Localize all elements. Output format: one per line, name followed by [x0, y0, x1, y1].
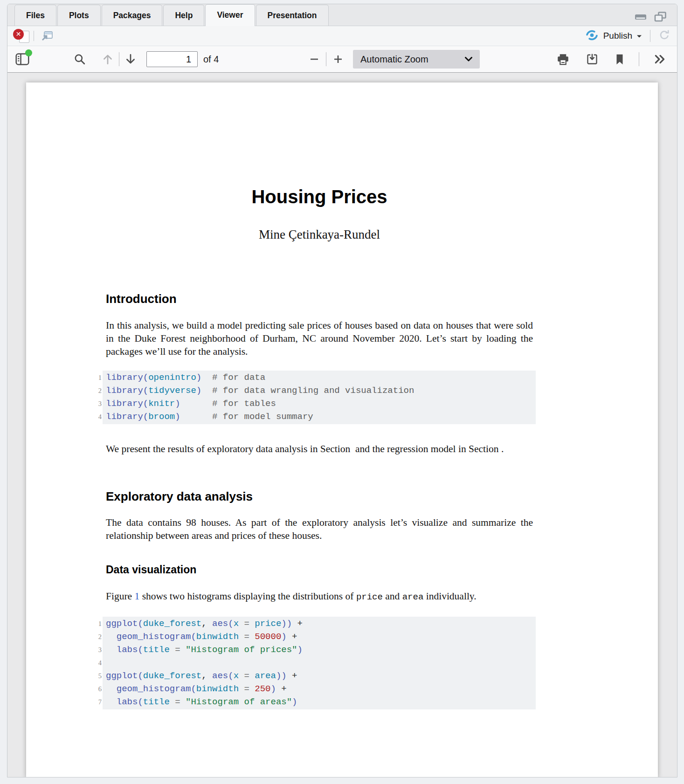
- code-line: 5ggplot(duke_forest, aes(x = area)) +: [106, 669, 536, 682]
- red-x-badge: ✕: [13, 29, 24, 40]
- code-line: 2 geom_histogram(binwidth = 50000) +: [106, 630, 536, 643]
- paragraph-eda: The data contains 98 houses. As part of …: [106, 516, 533, 542]
- save-icon[interactable]: [584, 51, 601, 68]
- zoom-out-icon[interactable]: [306, 51, 323, 68]
- line-number: 2: [91, 384, 102, 397]
- code-line: 2library(tidyverse) # for data wrangling…: [106, 384, 536, 397]
- page-number-input[interactable]: [146, 51, 198, 67]
- paragraph-introduction: In this analysis, we build a model predi…: [106, 319, 533, 358]
- line-number: 4: [91, 410, 102, 423]
- paragraph-figure: Figure 1 shows two histograms displaying…: [106, 590, 533, 604]
- code-line: 6 geom_histogram(binwidth = 250) +: [106, 682, 536, 695]
- code-line: 3 labs(title = "Histogram of prices"): [106, 643, 536, 656]
- bookmark-icon[interactable]: [613, 51, 626, 68]
- tab-presentation[interactable]: Presentation: [256, 5, 329, 26]
- pdf-toolbar-right: [554, 46, 669, 72]
- code-line: 1ggplot(duke_forest, aes(x = price)) +: [106, 617, 536, 630]
- zoom-select[interactable]: Automatic Zoom: [353, 50, 480, 69]
- line-number: 3: [91, 397, 102, 410]
- toolbar-separator: [650, 30, 650, 42]
- code-line: 7 labs(title = "Histogram of areas"): [106, 695, 536, 708]
- pdf-page: Housing Prices Mine Çetinkaya-Rundel Int…: [26, 83, 658, 777]
- restore-icon[interactable]: [654, 12, 667, 24]
- code-line: 3library(knitr) # for tables: [106, 397, 536, 410]
- line-number: 4: [91, 656, 102, 669]
- viewer-toolbar: ✕ Publish: [7, 26, 677, 46]
- window-controls: [635, 12, 667, 24]
- toolbar-separator: [639, 52, 639, 66]
- chevron-down-icon: [465, 57, 472, 62]
- line-number: 1: [91, 617, 102, 630]
- pdf-viewer-area[interactable]: Housing Prices Mine Çetinkaya-Rundel Int…: [7, 73, 677, 777]
- print-icon[interactable]: [554, 51, 571, 68]
- publish-button[interactable]: Publish: [603, 31, 632, 41]
- reload-icon[interactable]: [658, 29, 670, 43]
- line-number: 2: [91, 630, 102, 643]
- document-author: Mine Çetinkaya-Rundel: [106, 227, 533, 242]
- arrow-up-icon[interactable]: [99, 51, 116, 68]
- toolbar-separator: [119, 52, 119, 66]
- pane-tabstrip: Files Plots Packages Help Viewer Present…: [7, 4, 677, 26]
- zoom-controls: Automatic Zoom: [306, 46, 480, 72]
- tab-viewer[interactable]: Viewer: [205, 4, 255, 26]
- search-icon[interactable]: [71, 51, 88, 68]
- pdf-toolbar: of 4 Automatic Zoom: [7, 46, 677, 73]
- subsection-heading-data-visualization: Data visualization: [106, 564, 533, 576]
- code-line: 1library(openintro) # for data: [106, 371, 536, 384]
- code-line: 4library(broom) # for model summary: [106, 410, 536, 423]
- paragraph-sections: We present the results of exploratory da…: [106, 442, 533, 455]
- tab-help[interactable]: Help: [163, 5, 204, 26]
- sidebar-badge: [25, 49, 32, 56]
- code-block-libraries: 1library(openintro) # for data2library(t…: [103, 371, 536, 424]
- line-number: 1: [91, 371, 102, 384]
- tab-plots[interactable]: Plots: [57, 5, 101, 26]
- zoom-in-icon[interactable]: [330, 51, 346, 68]
- inline-code: price: [356, 592, 383, 602]
- popout-icon[interactable]: [41, 29, 54, 43]
- inline-code: area: [402, 592, 424, 602]
- viewer-toolbar-right: Publish: [586, 29, 671, 43]
- line-number: 7: [91, 695, 102, 708]
- arrow-down-icon[interactable]: [122, 51, 139, 68]
- sidebar-toggle-icon[interactable]: [14, 51, 31, 68]
- tab-files[interactable]: Files: [14, 5, 56, 26]
- line-number: 5: [91, 669, 102, 682]
- toolbar-separator: [326, 52, 326, 66]
- viewer-pane: Files Plots Packages Help Viewer Present…: [7, 4, 677, 777]
- code-line: 4: [106, 656, 536, 669]
- tab-packages[interactable]: Packages: [102, 5, 163, 26]
- figure-reference-link[interactable]: 1: [135, 591, 140, 602]
- double-chevron-icon[interactable]: [652, 51, 669, 68]
- line-number: 6: [91, 682, 102, 695]
- toolbar-separator: [34, 31, 34, 41]
- code-block-ggplot: 1ggplot(duke_forest, aes(x = price)) +2 …: [103, 617, 536, 709]
- caret-down-icon[interactable]: [636, 32, 642, 40]
- line-number: 3: [91, 643, 102, 656]
- stop-icon[interactable]: ✕: [13, 29, 30, 43]
- section-heading-eda: Exploratory data analysis: [106, 489, 533, 504]
- minimize-icon[interactable]: [635, 14, 647, 22]
- publish-icon: [586, 30, 598, 42]
- document-title: Housing Prices: [106, 186, 533, 207]
- page-count-label: of 4: [203, 54, 219, 65]
- zoom-select-value: Automatic Zoom: [360, 54, 428, 65]
- section-heading-introduction: Introduction: [106, 292, 533, 306]
